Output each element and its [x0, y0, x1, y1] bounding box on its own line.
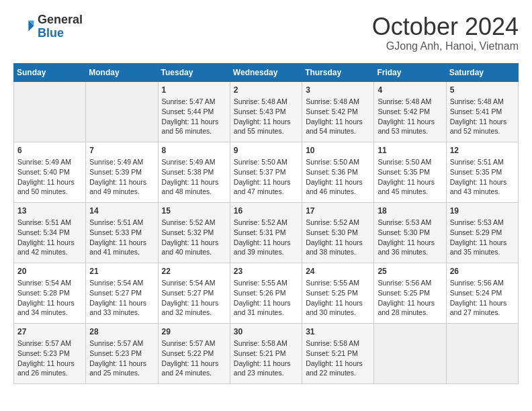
- day-info: Sunrise: 5:58 AM Sunset: 5:21 PM Dayligh…: [306, 338, 370, 378]
- day-number: 1: [162, 85, 226, 96]
- location: GJong Anh, Hanoi, Vietnam: [372, 40, 519, 52]
- day-cell: 21Sunrise: 5:54 AM Sunset: 5:27 PM Dayli…: [86, 263, 158, 323]
- day-info: Sunrise: 5:48 AM Sunset: 5:41 PM Dayligh…: [450, 97, 515, 136]
- day-number: 19: [450, 205, 515, 217]
- day-cell: [446, 323, 518, 383]
- day-cell: 26Sunrise: 5:56 AM Sunset: 5:24 PM Dayli…: [446, 263, 518, 323]
- day-number: 9: [234, 145, 298, 156]
- day-number: 3: [306, 85, 370, 96]
- day-cell: 4Sunrise: 5:48 AM Sunset: 5:42 PM Daylig…: [374, 81, 446, 142]
- page-header: General Blue October 2024 GJong Anh, Han…: [13, 13, 519, 52]
- day-number: 16: [234, 205, 298, 217]
- day-cell: 10Sunrise: 5:50 AM Sunset: 5:36 PM Dayli…: [302, 142, 374, 202]
- week-row-3: 20Sunrise: 5:54 AM Sunset: 5:28 PM Dayli…: [14, 263, 519, 323]
- week-row-4: 27Sunrise: 5:57 AM Sunset: 5:23 PM Dayli…: [14, 323, 519, 383]
- day-number: 13: [17, 205, 82, 217]
- day-number: 15: [162, 205, 226, 217]
- col-header-friday: Friday: [374, 63, 446, 81]
- day-cell: 16Sunrise: 5:52 AM Sunset: 5:31 PM Dayli…: [230, 202, 302, 263]
- day-info: Sunrise: 5:57 AM Sunset: 5:23 PM Dayligh…: [17, 338, 82, 378]
- title-block: October 2024 GJong Anh, Hanoi, Vietnam: [372, 13, 519, 52]
- day-number: 31: [306, 326, 370, 338]
- day-cell: 9Sunrise: 5:50 AM Sunset: 5:37 PM Daylig…: [230, 142, 302, 202]
- day-cell: 19Sunrise: 5:53 AM Sunset: 5:29 PM Dayli…: [446, 202, 518, 263]
- day-number: 18: [378, 205, 442, 217]
- logo-icon: [13, 16, 35, 38]
- day-number: 27: [17, 326, 82, 338]
- day-cell: 3Sunrise: 5:48 AM Sunset: 5:42 PM Daylig…: [302, 81, 374, 142]
- day-cell: 25Sunrise: 5:56 AM Sunset: 5:25 PM Dayli…: [374, 263, 446, 323]
- day-info: Sunrise: 5:48 AM Sunset: 5:42 PM Dayligh…: [378, 97, 442, 136]
- day-number: 17: [306, 205, 370, 217]
- day-number: 8: [162, 145, 226, 156]
- day-cell: 24Sunrise: 5:55 AM Sunset: 5:25 PM Dayli…: [302, 263, 374, 323]
- day-cell: 29Sunrise: 5:57 AM Sunset: 5:22 PM Dayli…: [158, 323, 230, 383]
- day-info: Sunrise: 5:49 AM Sunset: 5:40 PM Dayligh…: [17, 157, 82, 197]
- day-info: Sunrise: 5:52 AM Sunset: 5:32 PM Dayligh…: [162, 218, 226, 257]
- day-cell: 22Sunrise: 5:54 AM Sunset: 5:27 PM Dayli…: [158, 263, 230, 323]
- day-number: 4: [378, 85, 442, 96]
- day-cell: 27Sunrise: 5:57 AM Sunset: 5:23 PM Dayli…: [14, 323, 86, 383]
- day-info: Sunrise: 5:54 AM Sunset: 5:27 PM Dayligh…: [162, 278, 226, 318]
- day-cell: 28Sunrise: 5:57 AM Sunset: 5:23 PM Dayli…: [86, 323, 158, 383]
- day-cell: 20Sunrise: 5:54 AM Sunset: 5:28 PM Dayli…: [14, 263, 86, 323]
- day-cell: 23Sunrise: 5:55 AM Sunset: 5:26 PM Dayli…: [230, 263, 302, 323]
- day-cell: [14, 81, 86, 142]
- day-number: 11: [378, 145, 442, 156]
- day-info: Sunrise: 5:50 AM Sunset: 5:35 PM Dayligh…: [378, 157, 442, 197]
- day-cell: 13Sunrise: 5:51 AM Sunset: 5:34 PM Dayli…: [14, 202, 86, 263]
- logo-text: General Blue: [38, 13, 83, 40]
- day-number: 24: [306, 266, 370, 277]
- day-number: 30: [234, 326, 298, 338]
- day-cell: 1Sunrise: 5:47 AM Sunset: 5:44 PM Daylig…: [158, 81, 230, 142]
- day-number: 6: [17, 145, 82, 156]
- day-number: 14: [89, 205, 154, 217]
- day-info: Sunrise: 5:51 AM Sunset: 5:34 PM Dayligh…: [17, 218, 82, 257]
- day-number: 29: [162, 326, 226, 338]
- week-row-1: 6Sunrise: 5:49 AM Sunset: 5:40 PM Daylig…: [14, 142, 519, 202]
- day-number: 22: [162, 266, 226, 277]
- day-info: Sunrise: 5:53 AM Sunset: 5:30 PM Dayligh…: [378, 218, 442, 257]
- week-row-0: 1Sunrise: 5:47 AM Sunset: 5:44 PM Daylig…: [14, 81, 519, 142]
- day-number: 7: [89, 145, 154, 156]
- col-header-wednesday: Wednesday: [230, 63, 302, 81]
- col-header-saturday: Saturday: [446, 63, 518, 81]
- day-cell: 6Sunrise: 5:49 AM Sunset: 5:40 PM Daylig…: [14, 142, 86, 202]
- day-info: Sunrise: 5:53 AM Sunset: 5:29 PM Dayligh…: [450, 218, 515, 257]
- day-cell: [374, 323, 446, 383]
- day-number: 5: [450, 85, 515, 96]
- day-info: Sunrise: 5:58 AM Sunset: 5:21 PM Dayligh…: [234, 338, 298, 378]
- day-info: Sunrise: 5:48 AM Sunset: 5:42 PM Dayligh…: [306, 97, 370, 136]
- col-header-monday: Monday: [86, 63, 158, 81]
- day-cell: 11Sunrise: 5:50 AM Sunset: 5:35 PM Dayli…: [374, 142, 446, 202]
- day-info: Sunrise: 5:54 AM Sunset: 5:27 PM Dayligh…: [89, 278, 154, 318]
- day-number: 26: [450, 266, 515, 277]
- day-cell: 15Sunrise: 5:52 AM Sunset: 5:32 PM Dayli…: [158, 202, 230, 263]
- day-number: 21: [89, 266, 154, 277]
- day-info: Sunrise: 5:54 AM Sunset: 5:28 PM Dayligh…: [17, 278, 82, 318]
- day-cell: 31Sunrise: 5:58 AM Sunset: 5:21 PM Dayli…: [302, 323, 374, 383]
- day-cell: [86, 81, 158, 142]
- day-info: Sunrise: 5:56 AM Sunset: 5:25 PM Dayligh…: [378, 278, 442, 318]
- day-info: Sunrise: 5:48 AM Sunset: 5:43 PM Dayligh…: [234, 97, 298, 136]
- day-cell: 18Sunrise: 5:53 AM Sunset: 5:30 PM Dayli…: [374, 202, 446, 263]
- day-number: 10: [306, 145, 370, 156]
- day-info: Sunrise: 5:50 AM Sunset: 5:36 PM Dayligh…: [306, 157, 370, 197]
- day-info: Sunrise: 5:50 AM Sunset: 5:37 PM Dayligh…: [234, 157, 298, 197]
- day-number: 28: [89, 326, 154, 338]
- week-row-2: 13Sunrise: 5:51 AM Sunset: 5:34 PM Dayli…: [14, 202, 519, 263]
- day-cell: 14Sunrise: 5:51 AM Sunset: 5:33 PM Dayli…: [86, 202, 158, 263]
- day-number: 2: [234, 85, 298, 96]
- month-title: October 2024: [372, 13, 519, 40]
- logo-line2: Blue: [38, 27, 83, 40]
- day-info: Sunrise: 5:52 AM Sunset: 5:30 PM Dayligh…: [306, 218, 370, 257]
- day-info: Sunrise: 5:57 AM Sunset: 5:23 PM Dayligh…: [89, 338, 154, 378]
- day-cell: 12Sunrise: 5:51 AM Sunset: 5:35 PM Dayli…: [446, 142, 518, 202]
- day-info: Sunrise: 5:56 AM Sunset: 5:24 PM Dayligh…: [450, 278, 515, 318]
- col-header-thursday: Thursday: [302, 63, 374, 81]
- day-info: Sunrise: 5:52 AM Sunset: 5:31 PM Dayligh…: [234, 218, 298, 257]
- day-cell: 5Sunrise: 5:48 AM Sunset: 5:41 PM Daylig…: [446, 81, 518, 142]
- day-cell: 7Sunrise: 5:49 AM Sunset: 5:39 PM Daylig…: [86, 142, 158, 202]
- day-info: Sunrise: 5:49 AM Sunset: 5:38 PM Dayligh…: [162, 157, 226, 197]
- day-number: 23: [234, 266, 298, 277]
